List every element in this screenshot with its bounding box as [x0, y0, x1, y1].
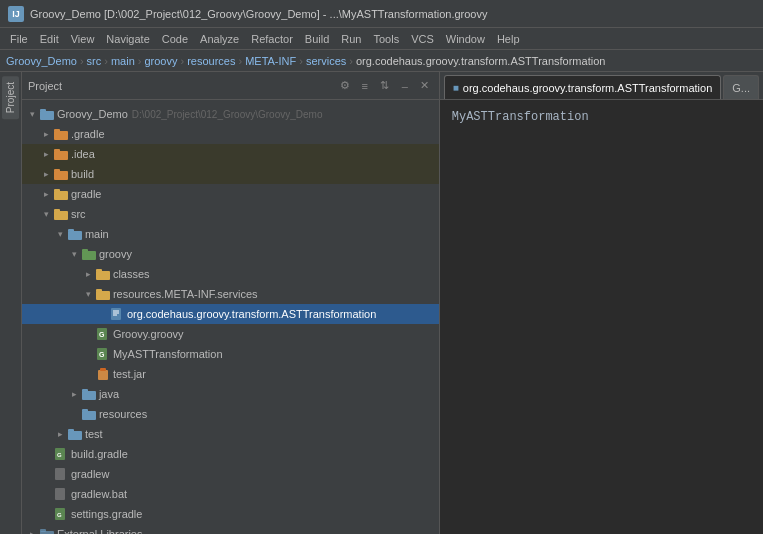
tree-item-settings-gradle[interactable]: G settings.gradle: [22, 504, 439, 524]
tree-item-idea[interactable]: .idea: [22, 144, 439, 164]
item-label-myast-file: MyASTTransformation: [113, 348, 223, 360]
arrow-test: [54, 427, 68, 441]
file-icon-myast: G: [96, 347, 110, 361]
svg-rect-14: [82, 251, 96, 260]
tree-item-build-gradle[interactable]: G build.gradle: [22, 444, 439, 464]
sort-icon[interactable]: ⇅: [377, 78, 393, 94]
file-icon-gradlew: [54, 467, 68, 481]
folder-icon-idea: [54, 148, 68, 160]
close-icon[interactable]: ✕: [417, 78, 433, 94]
tree-item-test-jar[interactable]: test.jar: [22, 364, 439, 384]
tree-item-myast-file[interactable]: G MyASTTransformation: [22, 344, 439, 364]
project-toolbar-label: Project: [28, 80, 333, 92]
arrow-gradle2: [40, 187, 54, 201]
menu-item-edit[interactable]: Edit: [34, 31, 65, 47]
arrow-resources2: [68, 407, 82, 421]
folder-icon-test: [68, 428, 82, 440]
svg-rect-11: [54, 209, 60, 212]
tree-item-classes[interactable]: classes: [22, 264, 439, 284]
arrow-gradlew-bat: [40, 487, 54, 501]
svg-text:G: G: [57, 512, 62, 518]
tab-label-g: G...: [732, 82, 750, 94]
code-line1: MyASTTransformation: [452, 110, 589, 124]
tree-item-gradle[interactable]: .gradle: [22, 124, 439, 144]
app-icon: IJ: [8, 6, 24, 22]
tree-item-external-libs[interactable]: External Libraries: [22, 524, 439, 534]
svg-rect-31: [82, 389, 88, 392]
svg-rect-9: [54, 189, 60, 192]
menu-item-build[interactable]: Build: [299, 31, 335, 47]
item-label-classes: classes: [113, 268, 150, 280]
arrow-java: [68, 387, 82, 401]
settings-icon[interactable]: ⚙: [337, 78, 353, 94]
tree-item-ast-file[interactable]: org.codehaus.groovy.transform.ASTTransfo…: [22, 304, 439, 324]
tree-item-resources2[interactable]: resources: [22, 404, 439, 424]
item-label-external-libs: External Libraries: [57, 528, 143, 534]
tree-item-java[interactable]: java: [22, 384, 439, 404]
svg-rect-20: [111, 308, 121, 320]
tree-item-groovy-folder[interactable]: groovy: [22, 244, 439, 264]
title-bar: IJ Groovy_Demo [D:\002_Project\012_Groov…: [0, 0, 763, 28]
svg-rect-4: [54, 151, 68, 160]
tree-item-resources-meta[interactable]: resources.META-INF.services: [22, 284, 439, 304]
breadcrumb-src[interactable]: src: [87, 55, 102, 67]
file-icon-settings-gradle: G: [54, 507, 68, 521]
breadcrumb-ast[interactable]: org.codehaus.groovy.transform.ASTTransfo…: [356, 55, 605, 67]
menu-item-window[interactable]: Window: [440, 31, 491, 47]
svg-rect-19: [96, 289, 102, 292]
breadcrumb-groovy[interactable]: groovy: [144, 55, 177, 67]
breadcrumb-services[interactable]: services: [306, 55, 346, 67]
menu-item-navigate[interactable]: Navigate: [100, 31, 155, 47]
list-icon[interactable]: ≡: [357, 78, 373, 94]
project-side-tab[interactable]: Project: [2, 76, 19, 119]
folder-icon-gradle: [54, 128, 68, 140]
folder-icon-classes: [96, 268, 110, 280]
tree-item-groovy-demo[interactable]: Groovy_Demo D:\002_Project\012_Groovy\Gr…: [22, 104, 439, 124]
menu-item-file[interactable]: File: [4, 31, 34, 47]
menu-item-run[interactable]: Run: [335, 31, 367, 47]
svg-rect-7: [54, 169, 60, 172]
arrow-gradlew: [40, 467, 54, 481]
sep5: ›: [238, 55, 242, 67]
tree-item-build[interactable]: build: [22, 164, 439, 184]
collapse-icon[interactable]: –: [397, 78, 413, 94]
svg-rect-8: [54, 191, 68, 200]
breadcrumb-main[interactable]: main: [111, 55, 135, 67]
menu-item-code[interactable]: Code: [156, 31, 194, 47]
tree-item-gradlew-bat[interactable]: gradlew.bat: [22, 484, 439, 504]
svg-rect-0: [40, 111, 54, 120]
file-icon-ast: [110, 307, 124, 321]
svg-text:G: G: [99, 351, 105, 358]
tree-item-src[interactable]: src: [22, 204, 439, 224]
tree-item-groovy-file[interactable]: G Groovy.groovy: [22, 324, 439, 344]
svg-rect-35: [68, 429, 74, 432]
arrow-classes: [82, 267, 96, 281]
tree-item-main[interactable]: main: [22, 224, 439, 244]
svg-rect-18: [96, 291, 110, 300]
menu-item-analyze[interactable]: Analyze: [194, 31, 245, 47]
svg-rect-10: [54, 211, 68, 220]
svg-rect-6: [54, 171, 68, 180]
menu-item-view[interactable]: View: [65, 31, 101, 47]
tree-item-gradlew[interactable]: gradlew: [22, 464, 439, 484]
tab-g[interactable]: G...: [723, 75, 759, 99]
project-toolbar: Project ⚙ ≡ ⇅ – ✕: [22, 72, 439, 100]
tree-item-test[interactable]: test: [22, 424, 439, 444]
tab-ast[interactable]: ■ org.codehaus.groovy.transform.ASTTrans…: [444, 75, 722, 99]
main-layout: Project Project ⚙ ≡ ⇅ – ✕ Groovy_Demo D:…: [0, 72, 763, 534]
menu-item-refactor[interactable]: Refactor: [245, 31, 299, 47]
tree-item-gradle2[interactable]: gradle: [22, 184, 439, 204]
menu-item-tools[interactable]: Tools: [367, 31, 405, 47]
breadcrumb-groovy-demo[interactable]: Groovy_Demo: [6, 55, 77, 67]
arrow-main: [54, 227, 68, 241]
project-tree[interactable]: Groovy_Demo D:\002_Project\012_Groovy\Gr…: [22, 100, 439, 534]
breadcrumb-meta-inf[interactable]: META-INF: [245, 55, 296, 67]
menu-item-help[interactable]: Help: [491, 31, 526, 47]
folder-icon-java: [82, 388, 96, 400]
item-label-test-jar: test.jar: [113, 368, 146, 380]
breadcrumb-bar: Groovy_Demo › src › main › groovy › reso…: [0, 50, 763, 72]
arrow-idea: [40, 147, 54, 161]
menu-item-vcs[interactable]: VCS: [405, 31, 440, 47]
svg-rect-3: [54, 129, 60, 132]
breadcrumb-resources[interactable]: resources: [187, 55, 235, 67]
